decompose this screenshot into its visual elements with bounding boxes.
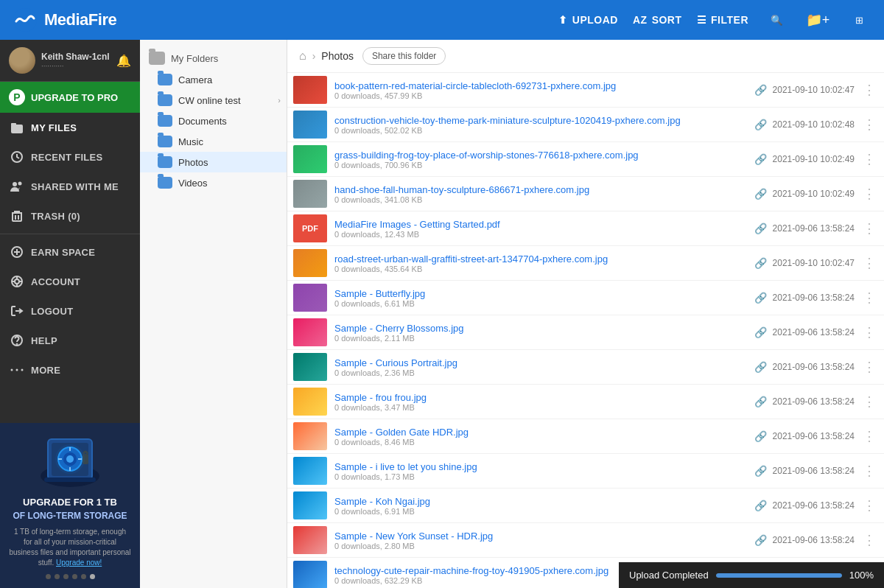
search-button[interactable]: 🔍 bbox=[763, 7, 790, 33]
breadcrumb-home[interactable]: ⌂ bbox=[299, 49, 306, 63]
file-row[interactable]: Sample - New York Sunset - HDR.jpg 0 dow… bbox=[287, 523, 884, 558]
content-area: My Folders Camera CW online test › Docum… bbox=[140, 40, 884, 588]
account-icon bbox=[10, 275, 24, 288]
file-row[interactable]: Sample - Cherry Blossoms.jpg 0 downloads… bbox=[287, 315, 884, 350]
my-folders-row[interactable]: My Folders bbox=[140, 47, 287, 69]
upgrade-label: UPGRADE TO PRO bbox=[31, 92, 118, 103]
upload-bar-wrapper bbox=[716, 573, 842, 578]
file-row[interactable]: Sample - Curious Portrait.jpg 0 download… bbox=[287, 350, 884, 385]
file-row[interactable]: construction-vehicle-toy-theme-park-mini… bbox=[287, 108, 884, 142]
folder-name: Documents bbox=[178, 116, 227, 127]
mediafire-logo-icon bbox=[12, 7, 38, 33]
file-info: grass-building-frog-toy-place-of-worship… bbox=[334, 150, 754, 169]
folder-icon bbox=[158, 177, 172, 189]
top-navigation: MediaFire ⬆ UPLOAD AZ SORT ☰ FILTER 🔍 📁+… bbox=[0, 0, 884, 40]
folder-panel: My Folders Camera CW online test › Docum… bbox=[140, 40, 287, 588]
file-row[interactable]: PDF MediaFire Images - Getting Started.p… bbox=[287, 211, 884, 246]
sidebar-item-logout[interactable]: LOGOUT bbox=[0, 296, 140, 326]
file-more-button[interactable]: ⋮ bbox=[860, 428, 878, 444]
file-thumbnail bbox=[293, 111, 327, 139]
notification-bell[interactable]: 🔔 bbox=[116, 54, 131, 68]
file-more-button[interactable]: ⋮ bbox=[860, 116, 878, 133]
folder-item[interactable]: CW online test › bbox=[140, 90, 287, 111]
file-link-icon: 🔗 bbox=[754, 465, 767, 477]
new-folder-button[interactable]: 📁+ bbox=[804, 7, 831, 33]
more-label: MORE bbox=[31, 365, 60, 376]
upgrade-to-pro-button[interactable]: P UPGRADE TO PRO bbox=[0, 82, 140, 113]
sort-button[interactable]: AZ SORT bbox=[633, 14, 682, 26]
sidebar-item-account[interactable]: ACCOUNT bbox=[0, 267, 140, 296]
folder-item[interactable]: Photos bbox=[140, 152, 287, 172]
file-more-button[interactable]: ⋮ bbox=[860, 290, 878, 306]
upload-progress-label: Upload Completed bbox=[629, 570, 709, 581]
earn-space-label: EARN SPACE bbox=[31, 247, 95, 258]
folder-expand-icon: › bbox=[278, 96, 281, 105]
file-row[interactable]: road-street-urban-wall-graffiti-street-a… bbox=[287, 246, 884, 281]
file-row[interactable]: book-pattern-red-material-circle-tablecl… bbox=[287, 73, 884, 108]
file-row[interactable]: grass-building-frog-toy-place-of-worship… bbox=[287, 142, 884, 177]
folder-item[interactable]: Music bbox=[140, 131, 287, 152]
promo-subtitle: OF LONG-TERM STORAGE bbox=[9, 511, 131, 521]
file-more-button[interactable]: ⋮ bbox=[860, 497, 878, 514]
file-info: Sample - Cherry Blossoms.jpg 0 downloads… bbox=[334, 323, 754, 343]
folder-name: CW online test bbox=[178, 95, 241, 106]
file-thumbnail bbox=[293, 422, 327, 450]
file-more-button[interactable]: ⋮ bbox=[860, 220, 878, 237]
sidebar-item-shared-with-me[interactable]: SHARED WITH ME bbox=[0, 172, 140, 201]
upload-percent: 100% bbox=[849, 570, 874, 581]
file-more-button[interactable]: ⋮ bbox=[860, 186, 878, 202]
promo-dot-1 bbox=[46, 574, 51, 579]
folder-list: Camera CW online test › Documents Music … bbox=[140, 69, 287, 193]
promo-upgrade-link[interactable]: Upgrade now! bbox=[56, 559, 102, 567]
folder-icon bbox=[158, 94, 172, 106]
sidebar-item-earn-space[interactable]: EARN SPACE bbox=[0, 237, 140, 267]
sidebar-item-my-files[interactable]: MY FILES bbox=[0, 113, 140, 142]
file-row[interactable]: Sample - frou frou.jpg 0 downloads, 3.47… bbox=[287, 385, 884, 419]
file-more-button[interactable]: ⋮ bbox=[860, 393, 878, 410]
folder-item[interactable]: Videos bbox=[140, 172, 287, 193]
filter-button[interactable]: ☰ FILTER bbox=[697, 14, 748, 26]
username-sub: ··········· bbox=[41, 62, 110, 70]
file-row[interactable]: Sample - i live to let you shine.jpg 0 d… bbox=[287, 454, 884, 489]
file-more-button[interactable]: ⋮ bbox=[860, 151, 878, 167]
file-thumbnail bbox=[293, 491, 327, 519]
file-date: 2021-09-10 10:02:47 bbox=[773, 258, 855, 268]
sidebar-item-more[interactable]: MORE bbox=[0, 355, 140, 385]
upgrade-letter: P bbox=[9, 89, 25, 105]
grid-view-button[interactable]: ⊞ bbox=[846, 7, 872, 33]
file-date: 2021-09-06 13:58:24 bbox=[773, 396, 855, 407]
file-name: road-street-urban-wall-graffiti-street-a… bbox=[334, 253, 754, 265]
file-thumbnail bbox=[293, 284, 327, 312]
file-thumbnail bbox=[293, 457, 327, 485]
file-meta: 0 downloads, 2.36 MB bbox=[334, 368, 754, 377]
promo-title: UPGRADE FOR 1 TB bbox=[9, 497, 131, 508]
file-date: 2021-09-06 13:58:24 bbox=[773, 500, 855, 511]
file-info: Sample - Curious Portrait.jpg 0 download… bbox=[334, 357, 754, 377]
file-thumbnail bbox=[293, 388, 327, 416]
sidebar-item-help[interactable]: HELP bbox=[0, 326, 140, 355]
promo-dot-4 bbox=[72, 574, 77, 579]
file-more-button[interactable]: ⋮ bbox=[860, 324, 878, 340]
share-folder-button[interactable]: Share this folder bbox=[362, 47, 446, 65]
file-more-button[interactable]: ⋮ bbox=[860, 359, 878, 375]
sidebar-item-recent-files[interactable]: RECENT FILES bbox=[0, 142, 140, 172]
main-layout: Keith Shaw-1cnl ··········· 🔔 P UPGRADE … bbox=[0, 40, 884, 588]
file-name: book-pattern-red-material-circle-tablecl… bbox=[334, 80, 754, 91]
file-thumbnail bbox=[293, 318, 327, 346]
sidebar-item-trash[interactable]: TRASH (0) bbox=[0, 201, 140, 231]
file-name: Sample - Butterfly.jpg bbox=[334, 288, 754, 299]
file-more-button[interactable]: ⋮ bbox=[860, 463, 878, 479]
file-more-button[interactable]: ⋮ bbox=[860, 82, 878, 98]
upload-button[interactable]: ⬆ UPLOAD bbox=[558, 14, 618, 26]
file-row[interactable]: hand-shoe-fall-human-toy-sculpture-68667… bbox=[287, 177, 884, 211]
file-meta: 0 downloads, 1.73 MB bbox=[334, 472, 754, 481]
sort-icon: AZ bbox=[633, 14, 648, 26]
file-more-button[interactable]: ⋮ bbox=[860, 255, 878, 271]
file-thumbnail bbox=[293, 180, 327, 208]
file-row[interactable]: Sample - Butterfly.jpg 0 downloads, 6.61… bbox=[287, 281, 884, 315]
file-row[interactable]: Sample - Golden Gate HDR.jpg 0 downloads… bbox=[287, 419, 884, 454]
folder-item[interactable]: Camera bbox=[140, 69, 287, 90]
folder-item[interactable]: Documents bbox=[140, 111, 287, 131]
file-more-button[interactable]: ⋮ bbox=[860, 532, 878, 548]
file-row[interactable]: Sample - Koh Ngai.jpg 0 downloads, 6.91 … bbox=[287, 489, 884, 523]
